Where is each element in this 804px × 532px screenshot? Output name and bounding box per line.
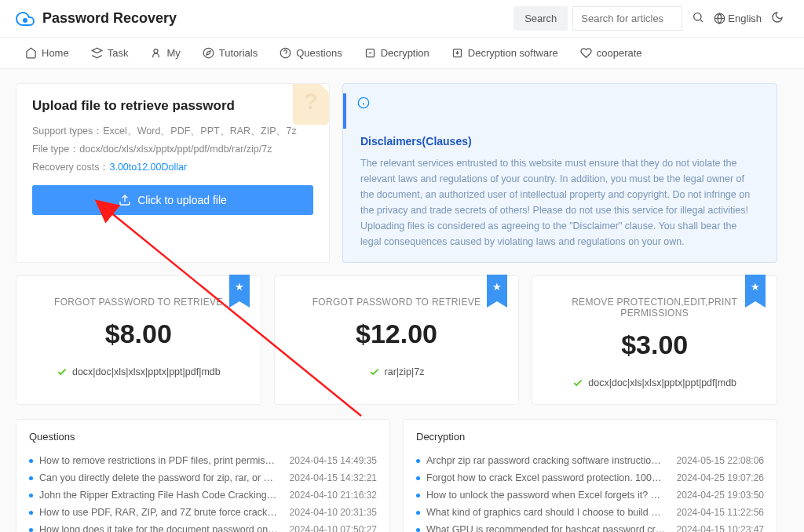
list-item[interactable]: Archpr zip rar password cracking softwar… <box>416 452 764 469</box>
decryption-title: Decryption <box>416 431 764 443</box>
document-watermark-icon: ? <box>283 83 330 129</box>
search-label: Search <box>513 6 568 31</box>
nav-tutorials[interactable]: Tutorials <box>203 47 258 59</box>
nav-cooperate[interactable]: cooperate <box>580 47 642 59</box>
home-icon <box>25 47 37 59</box>
brand-title: Password Recovery <box>42 10 177 27</box>
card-label: FORGOT PASSWORD TO RETRIEVE <box>24 297 253 308</box>
layers-icon <box>91 47 103 59</box>
nav-software[interactable]: Decryption software <box>451 47 558 59</box>
upload-button[interactable]: Click to upload file <box>32 185 313 215</box>
list-item[interactable]: John the Ripper Extracting File Hash Cod… <box>29 486 377 504</box>
item-date: 2024-04-15 14:49:35 <box>290 455 377 466</box>
upload-icon <box>119 194 131 206</box>
main-nav: Home Task My Tutorials Questions Decrypt… <box>0 38 804 69</box>
item-date: 2024-04-15 14:32:21 <box>290 472 377 483</box>
nav-questions[interactable]: Questions <box>280 47 342 59</box>
svg-point-1 <box>694 13 701 20</box>
item-title: John the Ripper Extracting File Hash Cod… <box>39 490 279 501</box>
list-item[interactable]: Can you directly delete the password for… <box>29 469 377 486</box>
bullet-icon <box>416 459 420 463</box>
price-card[interactable]: ★ REMOVE PROTECTION,EDIT,PRINT PERMISSIO… <box>532 275 777 405</box>
disclaimer-panel: Disclaimers(Clauses) The relevant servic… <box>342 83 777 263</box>
moon-icon <box>771 11 784 24</box>
bullet-icon <box>29 494 33 497</box>
download-icon <box>451 47 463 59</box>
price-card[interactable]: ★ FORGOT PASSWORD TO RETRIEVE $8.00 docx… <box>16 275 261 405</box>
questions-list: Questions How to remove restrictions in … <box>16 419 390 532</box>
recovery-cost: Recovery costs：3.00to12.00Dollar <box>32 161 313 174</box>
cloud-lock-icon <box>16 9 35 28</box>
disclaimer-title: Disclaimers(Clauses) <box>360 135 759 148</box>
language-label: English <box>728 13 762 24</box>
card-price: $12.00 <box>283 319 511 349</box>
item-date: 2024-04-10 21:16:32 <box>290 490 377 501</box>
search-button[interactable] <box>687 6 709 31</box>
bullet-icon <box>416 494 420 497</box>
support-types: Support types：Excel、Word、PDF、PPT、RAR、ZIP… <box>32 125 313 138</box>
card-label: REMOVE PROTECTION,EDIT,PRINT PERMISSIONS <box>540 297 769 319</box>
svg-line-2 <box>700 20 703 22</box>
bullet-icon <box>29 476 33 480</box>
price-cards-row: ★ FORGOT PASSWORD TO RETRIEVE $8.00 docx… <box>16 275 777 405</box>
nav-home[interactable]: Home <box>25 47 69 59</box>
compass-icon <box>203 47 214 59</box>
check-icon <box>572 377 583 388</box>
user-icon <box>150 47 162 59</box>
list-item[interactable]: How to use PDF, RAR, ZIP, and 7Z brute f… <box>29 504 377 521</box>
bullet-icon <box>416 476 420 480</box>
bullet-icon <box>416 511 420 515</box>
svg-text:?: ? <box>304 89 318 114</box>
item-date: 2024-04-15 10:23:47 <box>677 524 764 532</box>
item-date: 2024-04-15 11:22:56 <box>677 507 764 518</box>
list-item[interactable]: Forgot how to crack Excel password prote… <box>416 469 764 486</box>
info-icon <box>357 97 370 109</box>
card-price: $8.00 <box>24 319 253 349</box>
check-icon <box>57 366 68 377</box>
list-item[interactable]: How to remove restrictions in PDF files,… <box>29 452 377 469</box>
nav-task[interactable]: Task <box>91 47 129 59</box>
key-icon <box>364 47 376 59</box>
svg-point-0 <box>24 19 27 22</box>
item-title: Can you directly delete the password for… <box>39 472 279 483</box>
list-item[interactable]: How long does it take for the document p… <box>29 521 377 532</box>
star-icon: ★ <box>492 281 502 293</box>
svg-marker-8 <box>206 51 210 55</box>
item-title: How long does it take for the document p… <box>39 524 279 532</box>
nav-decryption[interactable]: Decryption <box>364 47 429 59</box>
price-card[interactable]: ★ FORGOT PASSWORD TO RETRIEVE $12.00 rar… <box>274 275 520 405</box>
item-date: 2024-05-15 22:08:06 <box>677 455 764 466</box>
questions-title: Questions <box>29 431 377 443</box>
theme-toggle[interactable] <box>766 6 788 31</box>
file-types: File type：docx/doc/xls/xlsx/pptx/ppt/pdf… <box>32 143 313 156</box>
disclaimer-text: The relevant services entrusted to this … <box>360 155 759 250</box>
item-date: 2024-04-25 19:03:50 <box>677 490 764 501</box>
nav-my[interactable]: My <box>150 47 180 59</box>
item-title: What kind of graphics card should I choo… <box>426 507 666 518</box>
help-icon <box>280 47 291 59</box>
list-item[interactable]: How to unlock the password when Excel fo… <box>416 486 764 504</box>
item-title: How to use PDF, RAR, ZIP, and 7Z brute f… <box>39 507 279 518</box>
bullet-icon <box>416 528 420 532</box>
bullet-icon <box>29 528 33 532</box>
search-icon <box>692 11 704 24</box>
language-button[interactable]: English <box>714 13 762 24</box>
star-icon: ★ <box>235 281 244 293</box>
card-price: $3.00 <box>540 330 769 360</box>
star-ribbon: ★ <box>487 275 507 301</box>
search-input[interactable] <box>572 6 682 31</box>
check-icon <box>369 366 380 377</box>
bullet-icon <box>29 511 33 515</box>
card-types: docx|doc|xls|xlsx|pptx|ppt|pdf|mdb <box>24 366 253 377</box>
item-title: How to unlock the password when Excel fo… <box>426 490 666 501</box>
list-item[interactable]: What GPU is recommended for hashcat pass… <box>416 521 764 532</box>
svg-point-6 <box>154 49 158 53</box>
decryption-list: Decryption Archpr zip rar password crack… <box>403 419 777 532</box>
list-item[interactable]: What kind of graphics card should I choo… <box>416 504 764 521</box>
header-bar: Password Recovery Search English <box>0 0 804 38</box>
item-title: What GPU is recommended for hashcat pass… <box>426 524 666 532</box>
star-ribbon: ★ <box>745 275 766 301</box>
item-date: 2024-04-25 19:07:26 <box>677 472 764 483</box>
card-types: rar|zip|7z <box>283 366 511 377</box>
item-title: How to remove restrictions in PDF files,… <box>39 455 279 466</box>
